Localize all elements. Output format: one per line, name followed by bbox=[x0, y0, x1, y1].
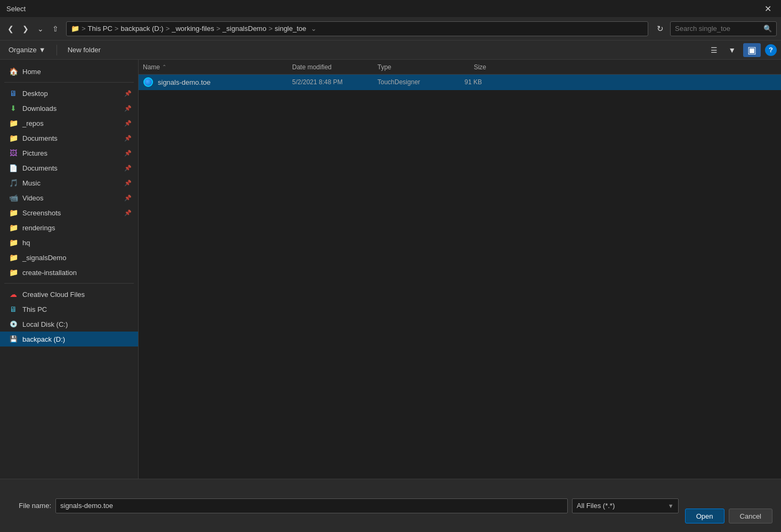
sidebar-item-signalsdemo[interactable]: 📁 _signalsDemo bbox=[0, 250, 138, 265]
create-installation-icon: 📁 bbox=[9, 268, 18, 277]
sidebar-item-pictures[interactable]: 🖼 Pictures 📌 bbox=[0, 146, 138, 160]
sidebar-item-repos[interactable]: 📁 _repos 📌 bbox=[0, 116, 138, 131]
file-name-label: signals-demo.toe bbox=[158, 78, 211, 86]
sidebar-signalsdemo-label: _signalsDemo bbox=[22, 254, 66, 262]
filename-row: File name: All Files (*.*) ▼ bbox=[9, 498, 679, 513]
filename-input[interactable] bbox=[55, 498, 568, 513]
sidebar-renderings-label: renderings bbox=[22, 224, 55, 232]
sidebar-item-hq[interactable]: 📁 hq bbox=[0, 235, 138, 250]
filetype-dropdown-arrow-icon: ▼ bbox=[668, 503, 674, 509]
back-button[interactable]: ❮ bbox=[4, 22, 17, 35]
dropdown-button[interactable]: ⌄ bbox=[34, 22, 47, 35]
file-size-cell: 91 KB bbox=[448, 78, 490, 86]
new-folder-button[interactable]: New folder bbox=[63, 44, 105, 56]
this-pc-icon: 🖥 bbox=[9, 304, 18, 314]
organize-label: Organize bbox=[9, 46, 37, 54]
title-bar: Select ✕ bbox=[0, 0, 781, 17]
sidebar-hq-label: hq bbox=[22, 239, 30, 247]
bottom-row: File name: All Files (*.*) ▼ bbox=[9, 498, 679, 513]
pin-icon-documents1: 📌 bbox=[124, 135, 132, 142]
sidebar-item-renderings[interactable]: 📁 renderings bbox=[0, 220, 138, 235]
filetype-select[interactable]: All Files (*.*) ▼ bbox=[572, 498, 679, 513]
file-toe-icon bbox=[143, 77, 154, 87]
col-size-label: Size bbox=[474, 63, 486, 71]
pin-icon-music: 📌 bbox=[124, 180, 132, 187]
sidebar-item-creative-cloud[interactable]: ☁ Creative Cloud Files bbox=[0, 287, 138, 302]
documents2-icon: 📄 bbox=[9, 163, 18, 173]
col-date-label: Date modified bbox=[292, 63, 332, 71]
sidebar-item-videos[interactable]: 📹 Videos 📌 bbox=[0, 190, 138, 205]
col-header-name[interactable]: Name ⌃ bbox=[139, 63, 288, 71]
view-dropdown-button[interactable]: ▼ bbox=[725, 44, 739, 57]
sidebar-this-pc-label: This PC bbox=[22, 305, 47, 313]
sidebar-item-desktop[interactable]: 🖥 Desktop 📌 bbox=[0, 86, 138, 101]
signalsdemo-icon: 📁 bbox=[9, 253, 18, 262]
screenshots-icon: 📁 bbox=[9, 208, 18, 217]
sidebar-item-backpack[interactable]: 💾 backpack (D:) bbox=[0, 332, 138, 346]
col-header-type[interactable]: Type bbox=[373, 63, 448, 71]
sidebar-item-downloads[interactable]: ⬇ Downloads 📌 bbox=[0, 101, 138, 116]
renderings-icon: 📁 bbox=[9, 223, 18, 232]
sidebar-item-documents1[interactable]: 📁 Documents 📌 bbox=[0, 131, 138, 146]
cancel-button[interactable]: Cancel bbox=[729, 509, 772, 523]
sidebar: 🏠 Home 🖥 Desktop 📌 ⬇ Downloads 📌 📁 _repo… bbox=[0, 60, 139, 479]
sidebar-item-screenshots[interactable]: 📁 Screenshots 📌 bbox=[0, 205, 138, 220]
breadcrumb-current: single_toe bbox=[275, 25, 306, 33]
search-icon: 🔍 bbox=[763, 25, 772, 33]
pin-icon-downloads: 📌 bbox=[124, 105, 132, 112]
search-input[interactable] bbox=[675, 25, 760, 33]
sort-arrow-icon: ⌃ bbox=[162, 64, 166, 70]
view-button[interactable]: ☰ bbox=[707, 44, 721, 57]
nav-bar: ❮ ❯ ⌄ ⇧ 📁 > This PC > backpack (D:) > _w… bbox=[0, 17, 781, 41]
shield-button[interactable]: ▣ bbox=[743, 43, 761, 57]
forward-button[interactable]: ❯ bbox=[19, 22, 32, 35]
breadcrumb-sep-5: > bbox=[269, 25, 273, 33]
backpack-disk-icon: 💾 bbox=[9, 334, 18, 344]
home-icon: 🏠 bbox=[9, 67, 18, 76]
sidebar-item-create-installation[interactable]: 📁 create-installation bbox=[0, 265, 138, 280]
breadcrumb-sep-2: > bbox=[115, 25, 119, 33]
desktop-icon: 🖥 bbox=[9, 88, 18, 98]
sidebar-item-local-disk[interactable]: 💿 Local Disk (C:) bbox=[0, 317, 138, 332]
open-button[interactable]: Open bbox=[685, 509, 724, 523]
pin-icon-repos: 📌 bbox=[124, 120, 132, 127]
file-date-value: 5/2/2021 8:48 PM bbox=[292, 78, 343, 86]
repos-folder-icon: 📁 bbox=[9, 118, 18, 128]
sidebar-downloads-label: Downloads bbox=[22, 104, 57, 112]
sidebar-backpack-label: backpack (D:) bbox=[22, 335, 65, 343]
filetype-select-text: All Files (*.*) bbox=[577, 502, 665, 510]
sidebar-item-home[interactable]: 🏠 Home bbox=[0, 64, 138, 79]
close-button[interactable]: ✕ bbox=[761, 3, 775, 15]
file-list-header: Name ⌃ Date modified Type Size bbox=[139, 60, 781, 75]
creative-cloud-icon: ☁ bbox=[9, 289, 18, 299]
breadcrumb-bar: 📁 > This PC > backpack (D:) > _working-f… bbox=[66, 21, 648, 36]
help-button[interactable]: ? bbox=[765, 44, 777, 56]
breadcrumb-dropdown-button[interactable]: ⌄ bbox=[309, 23, 319, 34]
sidebar-item-documents2[interactable]: 📄 Documents 📌 bbox=[0, 160, 138, 175]
videos-icon: 📹 bbox=[9, 193, 18, 203]
pin-icon-documents2: 📌 bbox=[124, 165, 132, 172]
col-header-date[interactable]: Date modified bbox=[288, 63, 373, 71]
col-header-size[interactable]: Size bbox=[448, 63, 490, 71]
breadcrumb-working-files[interactable]: _working-files bbox=[172, 25, 214, 33]
breadcrumb-folder-icon: 📁 bbox=[71, 25, 79, 33]
sidebar-pictures-label: Pictures bbox=[22, 149, 47, 157]
refresh-button[interactable]: ↻ bbox=[653, 22, 668, 36]
organize-dropdown-icon: ▼ bbox=[39, 46, 46, 54]
up-button[interactable]: ⇧ bbox=[49, 22, 62, 35]
local-disk-icon: 💿 bbox=[9, 319, 18, 329]
toolbar-divider bbox=[57, 45, 57, 55]
file-list: Name ⌃ Date modified Type Size signals-d… bbox=[139, 60, 781, 479]
new-folder-label: New folder bbox=[68, 46, 101, 54]
file-date-cell: 5/2/2021 8:48 PM bbox=[288, 78, 373, 86]
bottom-actions: Open Cancel bbox=[685, 509, 772, 523]
pin-icon-screenshots: 📌 bbox=[124, 209, 132, 216]
breadcrumb-this-pc[interactable]: This PC bbox=[88, 25, 112, 33]
sidebar-screenshots-label: Screenshots bbox=[22, 209, 61, 217]
organize-button[interactable]: Organize ▼ bbox=[4, 44, 50, 56]
table-row[interactable]: signals-demo.toe 5/2/2021 8:48 PM TouchD… bbox=[139, 75, 781, 90]
breadcrumb-backpack[interactable]: backpack (D:) bbox=[120, 25, 163, 33]
breadcrumb-signalsdemo[interactable]: _signalsDemo bbox=[222, 25, 266, 33]
sidebar-item-this-pc[interactable]: 🖥 This PC bbox=[0, 302, 138, 317]
sidebar-item-music[interactable]: 🎵 Music 📌 bbox=[0, 175, 138, 190]
